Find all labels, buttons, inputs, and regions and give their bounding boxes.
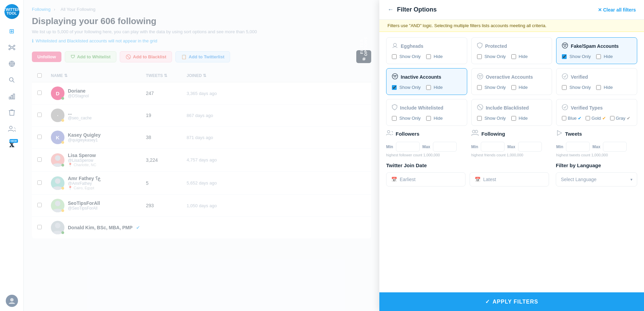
eggheads-card: Eggheads Show Only Hide	[386, 37, 467, 64]
tweets-range: Tweets Min Max highest tweets count 1,00…	[556, 130, 637, 157]
sidebar-item-x[interactable]: 𝕏 NEW	[5, 138, 19, 152]
fake-spam-hide[interactable]	[596, 54, 601, 59]
verified-hide[interactable]	[596, 85, 601, 90]
gold-checkbox[interactable]	[586, 116, 590, 120]
tweets-icon	[556, 130, 562, 138]
overlay	[24, 0, 379, 311]
gray-badge-icon: ✔	[627, 116, 630, 121]
followers-max-input[interactable]	[433, 142, 457, 152]
svg-line-39	[478, 105, 482, 109]
language-section-label: Filter by Language	[556, 162, 637, 168]
svg-point-16	[9, 78, 13, 81]
latest-date-input[interactable]: 📅 Latest	[470, 172, 549, 187]
include-blacklisted-title: Include Blacklisted	[477, 104, 547, 112]
include-whitelisted-icon	[392, 104, 397, 112]
filter-body: Eggheads Show Only Hide Protected	[379, 32, 644, 292]
verified-show-only[interactable]	[562, 85, 567, 90]
inactive-options: Show Only Hide	[392, 85, 461, 90]
svg-point-36	[480, 75, 481, 76]
sidebar-item-analytics[interactable]	[5, 90, 19, 103]
checkmark-icon: ✓	[485, 298, 490, 305]
include-whitelisted-card: Include Whitelisted Show Only Hide	[386, 99, 467, 126]
include-blacklisted-card: Include Blacklisted Show Only Hide	[471, 99, 552, 126]
sidebar-item-delete[interactable]	[5, 106, 19, 119]
include-whitelisted-title: Include Whitelisted	[392, 104, 461, 112]
tweets-min-input[interactable]	[566, 142, 590, 152]
eggheads-hide[interactable]	[426, 54, 431, 59]
blue-badge-icon: ✔	[578, 116, 582, 121]
sidebar-item-dashboard[interactable]: ⊞	[5, 24, 19, 38]
inactive-show-only[interactable]	[392, 85, 397, 90]
svg-point-10	[10, 62, 14, 65]
tweets-inputs: Min Max	[556, 142, 637, 152]
include-blacklisted-show-only[interactable]	[477, 116, 482, 121]
include-whitelisted-label: Include Whitelisted	[400, 105, 443, 111]
following-max-input[interactable]	[518, 142, 542, 152]
apply-filters-button[interactable]: ✓ APPLY FILTERS	[379, 292, 644, 311]
verified-options: Show Only Hide	[562, 85, 631, 90]
inactive-card: Inactive Accounts Show Only Hide	[386, 68, 467, 95]
earliest-date-input[interactable]: 📅 Earliest	[386, 172, 466, 187]
overactive-icon	[477, 73, 483, 81]
overactive-title: Overactive Accounts	[477, 73, 547, 81]
include-blacklisted-hide[interactable]	[511, 116, 516, 121]
overactive-show-only[interactable]	[477, 85, 482, 90]
fake-spam-title: Fake/Spam Accounts	[562, 42, 631, 50]
verified-types-options: Blue ✔ Gold ✔ Gray ✔	[562, 116, 631, 121]
verified-types-card: Verified Types Blue ✔ Gold ✔	[556, 99, 637, 126]
user-avatar[interactable]	[6, 295, 18, 307]
tweets-max-input[interactable]	[603, 142, 627, 152]
filter-grid-row2: Inactive Accounts Show Only Hide Overact…	[386, 68, 637, 95]
svg-point-22	[10, 298, 14, 302]
svg-point-32	[394, 75, 394, 76]
tweets-header: Tweets	[556, 130, 637, 138]
include-blacklisted-icon	[477, 104, 483, 112]
svg-point-37	[562, 74, 568, 79]
following-min-input[interactable]	[481, 142, 505, 152]
include-blacklisted-label: Include Blacklisted	[486, 105, 529, 111]
verified-title: Verified	[562, 73, 631, 81]
svg-point-40	[562, 104, 568, 110]
eggheads-show-only[interactable]	[392, 54, 397, 59]
gray-checkbox[interactable]	[610, 116, 614, 120]
followers-range: Followers Min Max highest follower count…	[386, 130, 467, 157]
blue-verified: Blue ✔	[562, 116, 582, 121]
date-inputs: 📅 Earliest 📅 Latest	[386, 172, 549, 187]
inactive-hide[interactable]	[426, 85, 431, 90]
bottom-section: Twitter Join Date 📅 Earliest 📅 Latest Fi…	[386, 162, 637, 187]
protected-hide[interactable]	[511, 54, 516, 59]
blue-checkbox[interactable]	[562, 116, 566, 120]
filter-panel: ← Filter Options ✕ Clear all filters Fil…	[379, 0, 644, 311]
svg-point-4	[14, 48, 15, 50]
fake-spam-show-only[interactable]	[562, 54, 567, 59]
include-whitelisted-show-only[interactable]	[392, 116, 397, 121]
language-select[interactable]: Select Language	[556, 172, 637, 187]
calendar-icon-2: 📅	[475, 177, 480, 182]
sidebar-item-friends[interactable]	[5, 122, 19, 136]
inactive-icon	[392, 73, 398, 81]
followers-header: Followers	[386, 130, 467, 138]
protected-show-only[interactable]	[477, 54, 482, 59]
svg-line-6	[13, 46, 14, 47]
filter-grid-row3: Include Whitelisted Show Only Hide Inclu…	[386, 99, 637, 126]
inactive-title: Inactive Accounts	[392, 73, 461, 81]
sidebar-item-targeting[interactable]	[5, 57, 19, 71]
ranges-grid: Followers Min Max highest follower count…	[386, 130, 637, 157]
language-select-wrapper: Select Language	[556, 172, 637, 187]
following-label: Following	[481, 131, 505, 137]
fake-spam-options: Show Only Hide	[562, 54, 631, 59]
include-whitelisted-hide[interactable]	[426, 116, 431, 121]
svg-point-27	[394, 43, 397, 46]
followers-min-input[interactable]	[396, 142, 420, 152]
fake-spam-icon	[562, 42, 568, 50]
clear-filters-button[interactable]: ✕ Clear all filters	[598, 7, 636, 13]
overactive-label: Overactive Accounts	[486, 74, 533, 80]
sidebar-item-network[interactable]	[5, 41, 19, 54]
calendar-icon: 📅	[391, 177, 397, 182]
sidebar-item-search[interactable]	[5, 73, 19, 87]
svg-rect-20	[13, 94, 15, 99]
svg-point-2	[14, 45, 15, 46]
back-arrow-button[interactable]: ←	[387, 6, 394, 13]
overactive-hide[interactable]	[511, 85, 516, 90]
include-whitelisted-options: Show Only Hide	[392, 116, 461, 121]
